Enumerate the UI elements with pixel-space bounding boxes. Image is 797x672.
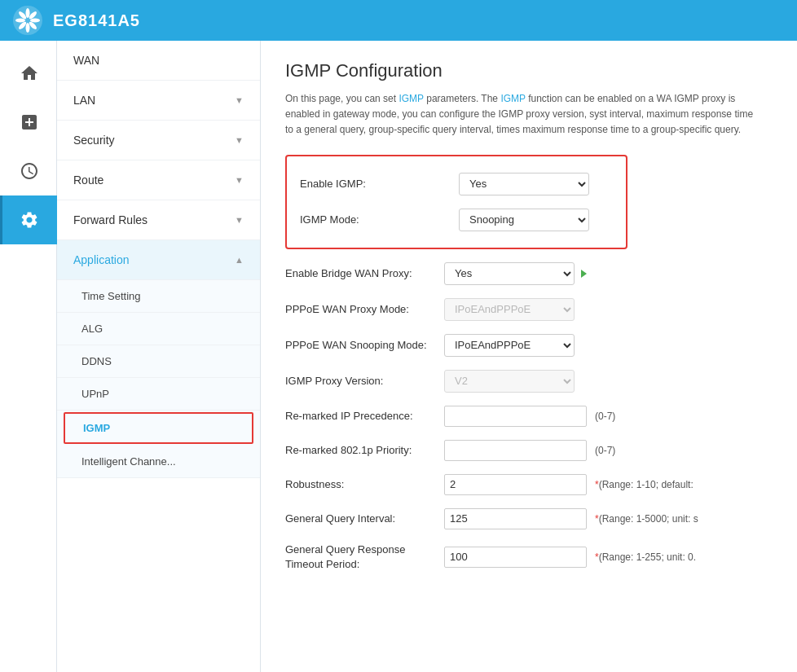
label-robustness: Robustness: (285, 478, 444, 490)
chevron-down-icon: ▼ (235, 175, 244, 185)
control-igmp-proxy-version: V2 V3 (444, 370, 575, 393)
form-row-remarked-ip: Re-marked IP Precedence: (0-7) (285, 399, 773, 433)
form-row-pppoe-proxy-mode: PPPoE WAN Proxy Mode: IPoEAndPPPoE IPoEO… (285, 292, 773, 327)
svg-point-7 (15, 19, 25, 23)
label-remarked-ip: Re-marked IP Precedence: (285, 410, 444, 422)
select-igmp-mode[interactable]: Snooping Proxy Disabled (459, 209, 589, 231)
input-remarked-8021p[interactable] (444, 440, 587, 461)
nav-label-security: Security (73, 134, 115, 147)
control-enable-igmp: Yes No (459, 173, 589, 195)
nav-label-application: Application (73, 253, 130, 266)
svg-point-5 (26, 23, 30, 33)
control-pppoe-proxy-mode: IPoEAndPPPoE IPoEOnly PPPoEOnly (444, 298, 575, 321)
form-row-enable-igmp: Enable IGMP: Yes No (300, 166, 613, 202)
input-remarked-ip[interactable] (444, 406, 587, 427)
nav-sub-label-upnp: UPnP (81, 388, 109, 400)
nav-item-application[interactable]: Application ▲ (57, 240, 260, 280)
sidebar-icon-clock[interactable] (0, 147, 57, 195)
app-title: EG8141A5 (53, 11, 140, 30)
nav-item-forward-rules[interactable]: Forward Rules ▼ (57, 200, 260, 240)
control-robustness: *(Range: 1-10; default: (444, 474, 694, 495)
nav-item-wan[interactable]: WAN (57, 41, 260, 81)
label-igmp-mode: IGMP Mode: (300, 213, 459, 226)
sidebar-icon-home[interactable] (0, 49, 57, 98)
sidebar-nav: WAN LAN ▼ Security ▼ Route ▼ Forward Rul… (57, 41, 261, 672)
form-row-igmp-proxy-version: IGMP Proxy Version: V2 V3 (285, 363, 773, 399)
igmp-highlighted-form: Enable IGMP: Yes No IGMP Mode: Snooping … (285, 155, 627, 249)
igmp-link-2[interactable]: IGMP (500, 93, 525, 104)
chevron-up-icon: ▲ (235, 255, 244, 265)
nav-sub-label-time-setting: Time Setting (81, 290, 141, 302)
control-bridge-wan-proxy: Yes No (444, 262, 587, 285)
select-pppoe-proxy-mode[interactable]: IPoEAndPPPoE IPoEOnly PPPoEOnly (444, 298, 575, 321)
nav-item-route[interactable]: Route ▼ (57, 160, 260, 200)
nav-item-security[interactable]: Security ▼ (57, 121, 260, 160)
nav-sub-item-igmp[interactable]: IGMP (64, 412, 253, 444)
form-row-remarked-8021p: Re-marked 802.1p Priority: (0-7) (285, 433, 773, 468)
hint-robustness: *(Range: 1-10; default: (595, 479, 694, 490)
igmp-form-outer: Enable Bridge WAN Proxy: Yes No PPPoE WA… (285, 256, 773, 578)
sidebar-icon-settings[interactable] (0, 195, 57, 244)
nav-sub-label-igmp: IGMP (83, 422, 110, 434)
hint-general-query-response: *(Range: 1-255; unit: 0. (595, 551, 696, 563)
nav-sub-item-upnp[interactable]: UPnP (57, 378, 260, 411)
svg-point-1 (26, 8, 30, 18)
select-pppoe-snooping-mode[interactable]: IPoEAndPPPoE IPoEOnly PPPoEOnly (444, 334, 575, 357)
nav-item-lan[interactable]: LAN ▼ (57, 81, 260, 121)
control-general-query-interval: *(Range: 1-5000; unit: s (444, 508, 698, 529)
label-igmp-proxy-version: IGMP Proxy Version: (285, 375, 444, 387)
nav-sub-item-ddns[interactable]: DDNS (57, 345, 260, 378)
label-general-query-response: General Query Response Timeout Period: (285, 542, 444, 572)
hint-remarked-8021p: (0-7) (595, 445, 615, 456)
chevron-down-icon: ▼ (235, 215, 244, 225)
form-row-general-query-response: General Query Response Timeout Period: *… (285, 536, 773, 578)
nav-sub-item-time-setting[interactable]: Time Setting (57, 280, 260, 313)
input-robustness[interactable] (444, 474, 587, 495)
nav-sub-item-alg[interactable]: ALG (57, 313, 260, 345)
nav-sub-application: Time Setting ALG DDNS UPnP IGMP Intellig… (57, 280, 260, 478)
page-description: On this page, you can set IGMP parameter… (285, 91, 758, 138)
label-bridge-wan-proxy: Enable Bridge WAN Proxy: (285, 267, 444, 279)
label-general-query-interval: General Query Interval: (285, 512, 444, 525)
control-igmp-mode: Snooping Proxy Disabled (459, 209, 589, 231)
hint-general-query-interval: *(Range: 1-5000; unit: s (595, 513, 698, 525)
form-row-general-query-interval: General Query Interval: *(Range: 1-5000;… (285, 502, 773, 536)
input-general-query-response[interactable] (444, 547, 587, 568)
form-row-pppoe-snooping-mode: PPPoE WAN Snooping Mode: IPoEAndPPPoE IP… (285, 327, 773, 363)
select-bridge-wan-proxy[interactable]: Yes No (444, 262, 575, 285)
nav-sub-label-alg: ALG (81, 323, 103, 335)
control-remarked-8021p: (0-7) (444, 440, 615, 461)
cursor-indicator (581, 270, 587, 278)
control-pppoe-snooping-mode: IPoEAndPPPoE IPoEOnly PPPoEOnly (444, 334, 575, 357)
control-general-query-response: *(Range: 1-255; unit: 0. (444, 547, 696, 568)
chevron-down-icon: ▼ (235, 95, 244, 105)
chevron-down-icon: ▼ (235, 135, 244, 145)
hint-remarked-ip: (0-7) (595, 411, 615, 422)
header: EG8141A5 (0, 0, 797, 41)
gear-icon (20, 210, 39, 230)
sidebar-icons (0, 41, 57, 672)
label-pppoe-snooping-mode: PPPoE WAN Snooping Mode: (285, 339, 444, 351)
svg-point-3 (30, 19, 40, 23)
nav-label-forward-rules: Forward Rules (73, 213, 148, 226)
home-icon (20, 64, 39, 83)
form-row-bridge-wan-proxy: Enable Bridge WAN Proxy: Yes No (285, 256, 773, 292)
nav-label-wan: WAN (73, 54, 99, 67)
clock-icon (20, 161, 39, 181)
page-title: IGMP Configuration (285, 60, 773, 81)
form-row-igmp-mode: IGMP Mode: Snooping Proxy Disabled (300, 202, 613, 238)
sidebar-icon-firstaid[interactable] (0, 98, 57, 147)
input-general-query-interval[interactable] (444, 508, 587, 529)
firstaid-icon (20, 112, 39, 132)
nav-label-route: Route (73, 173, 103, 187)
nav-sub-label-ddns: DDNS (81, 355, 112, 367)
select-enable-igmp[interactable]: Yes No (459, 173, 589, 195)
select-igmp-proxy-version[interactable]: V2 V3 (444, 370, 575, 393)
label-pppoe-proxy-mode: PPPoE WAN Proxy Mode: (285, 303, 444, 315)
main-layout: WAN LAN ▼ Security ▼ Route ▼ Forward Rul… (0, 41, 797, 672)
nav-sub-item-intelligent-channel[interactable]: Intelligent Channe... (57, 446, 260, 478)
control-remarked-ip: (0-7) (444, 406, 615, 427)
nav-sub-label-intelligent-channel: Intelligent Channe... (81, 455, 176, 468)
huawei-logo-icon (12, 5, 43, 36)
igmp-link-1[interactable]: IGMP (398, 93, 423, 104)
